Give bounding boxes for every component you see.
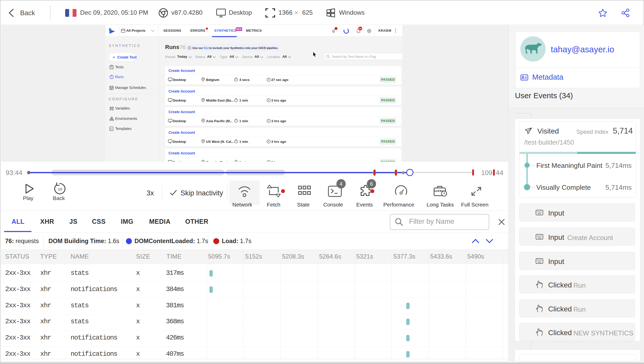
svg-text:10: 10 [58,187,62,191]
